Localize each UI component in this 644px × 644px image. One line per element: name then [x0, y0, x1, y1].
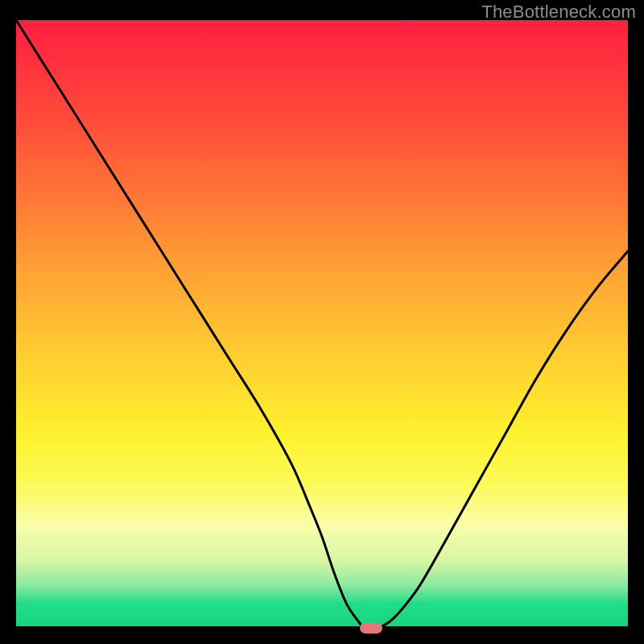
x-axis-baseline — [16, 626, 628, 628]
chart-frame: TheBottleneck.com — [0, 0, 644, 644]
watermark-text: TheBottleneck.com — [481, 2, 636, 23]
optimal-point-marker — [360, 622, 382, 634]
plot-area — [16, 20, 628, 628]
bottleneck-curve — [16, 20, 628, 628]
